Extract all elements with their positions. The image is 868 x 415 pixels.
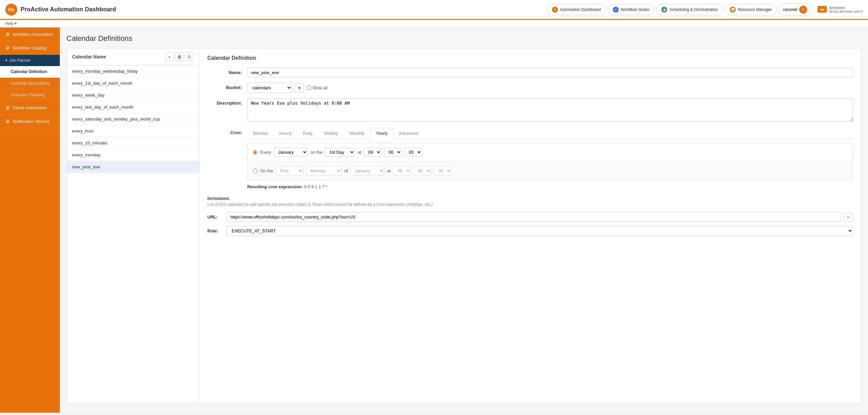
logo-icon: PA — [5, 4, 17, 15]
sidebar-group-job-planner[interactable]: ▾ Job Planner — [0, 55, 60, 66]
list-item[interactable]: every_week_day — [67, 89, 199, 101]
sidebar-item-execution-planning[interactable]: Execution Planning — [0, 89, 60, 101]
nav-scheduling[interactable]: ⏰ Scheduling & Orchestration — [656, 4, 723, 15]
cron-hour2-select[interactable]: 00 — [394, 166, 411, 175]
left-panel-title: Calendar Name — [72, 54, 106, 60]
top-bar: PA ProActive Automation Dashboard ⚙ Auto… — [0, 0, 868, 20]
cron-hour-select[interactable]: 00010203 04050607 08091011 12 — [364, 148, 381, 157]
cron-day-select[interactable]: 1st Day2nd Day3rd DayLast Day — [325, 148, 355, 157]
url-label: URL: — [207, 214, 224, 219]
cron-onthe2-label: On the — [260, 168, 273, 173]
panels: Calendar Name + 🗑 ⎘ every_monday_wednesd… — [66, 48, 861, 403]
tab-yearly[interactable]: Yearly — [370, 128, 394, 139]
help-button[interactable]: Help ▾ — [5, 21, 17, 26]
sidebar-item-notification-service[interactable]: 🖥 Notification Service — [0, 114, 60, 128]
list-item[interactable]: every_monday — [67, 149, 199, 161]
cron-label: Cron: — [207, 128, 247, 135]
left-panel-header: Calendar Name + 🗑 ⎘ — [67, 48, 199, 65]
list-item[interactable]: every_1st_day_of_each_month — [67, 77, 199, 89]
cron-sec2-select[interactable]: 00 — [434, 166, 452, 175]
tab-daily[interactable]: Daily — [298, 128, 318, 138]
rule-select[interactable]: EXECUTE_AT_START EXECUTE_AT_END CANCEL_N… — [227, 226, 853, 236]
show-all-label: Show all — [312, 85, 327, 90]
cron-row-2: On the FirstSecondThirdFourthLast Monday… — [248, 162, 853, 180]
nav-resource-manager[interactable]: 📊 Resource Manager — [725, 4, 777, 15]
cron-weekday-select[interactable]: MondayTuesdayWednesday ThursdayFridaySat… — [306, 166, 342, 175]
name-field-container — [247, 68, 853, 77]
list-item[interactable]: every_10_minutes — [67, 137, 199, 149]
top-nav: ⚙ Automation Dashboard ✏ Workflow Studio… — [547, 3, 863, 16]
nav-automation-dashboard-label: Automation Dashboard — [560, 7, 601, 12]
inclusions-title: Inclusions: — [207, 196, 853, 201]
main-layout: 🖥 Workflow Automation 🖥 Workflow Catalog… — [0, 28, 868, 413]
result-expression: Resulting cron expression: 0 0 9 1 1 ? * — [247, 184, 853, 189]
cron-tabs: Minutes Hourly Daily Weekly Monthly Year… — [247, 128, 853, 139]
sidebar-item-calendar-definition[interactable]: Calendar Definition — [0, 66, 60, 78]
bucket-add-button[interactable]: + — [295, 83, 304, 93]
sidebar-item-workflow-catalog[interactable]: 🖥 Workflow Catalog — [0, 41, 60, 55]
list-item[interactable]: every_monday_wednesday_friday — [67, 65, 199, 77]
tab-minutes[interactable]: Minutes — [247, 128, 274, 138]
nav-workflow-studio-label: Workflow Studio — [621, 7, 649, 12]
cron-every-label: Every — [260, 150, 271, 155]
right-panel: Calendar Definition Name: Bucket: calend… — [199, 48, 861, 403]
list-item-selected[interactable]: new_year_eve — [67, 161, 199, 173]
sidebar-label-calendar-definition: Calendar Definition — [11, 69, 47, 74]
user-avatar: C — [799, 6, 807, 13]
delete-button[interactable]: 🗑 — [175, 53, 184, 61]
chevron-down-icon: ▾ — [5, 58, 7, 63]
sidebar-item-workflow-automation[interactable]: 🖥 Workflow Automation — [0, 28, 60, 41]
tab-advanced[interactable]: Advanced — [394, 128, 424, 138]
sidebar-label-execution-planning: Execution Planning — [11, 93, 45, 97]
nav-automation-dashboard[interactable]: ⚙ Automation Dashboard — [547, 4, 606, 15]
cron-radio-every[interactable] — [253, 150, 257, 155]
bucket-row: Bucket: calendars basic-examples data-pr… — [207, 83, 853, 93]
cron-month-select[interactable]: JanuaryFebruaryMarch AprilMayJune JulyAu… — [274, 148, 308, 157]
cron-row: Cron: Minutes Hourly Daily Weekly Monthl… — [207, 128, 853, 189]
tab-hourly[interactable]: Hourly — [274, 128, 298, 138]
name-row: Name: — [207, 68, 853, 77]
cron-min-select[interactable]: 00153045 — [384, 148, 402, 157]
rule-label: Rule: — [207, 229, 224, 233]
bucket-select[interactable]: calendars basic-examples data-processing — [247, 83, 292, 93]
cron-min2-select[interactable]: 00 — [414, 166, 431, 175]
list-item[interactable]: every_hour — [67, 125, 199, 137]
page-title: Calendar Definitions — [66, 34, 861, 43]
username-label: caromel — [783, 7, 798, 12]
result-value: 0 0 9 1 1 ? * — [304, 184, 327, 189]
remove-url-button[interactable]: − — [844, 212, 853, 222]
rule-row: Rule: EXECUTE_AT_START EXECUTE_AT_END CA… — [207, 226, 853, 236]
description-textarea[interactable]: New Years Eve plus holidays at 9:00 AM — [247, 98, 853, 122]
nav-resource-manager-label: Resource Manager — [738, 7, 772, 12]
scheduling-icon: ⏰ — [661, 7, 667, 12]
sidebar-label-workflow-catalog: Workflow Catalog — [12, 45, 46, 50]
user-menu[interactable]: caromel C — [779, 3, 812, 16]
cron-onthe-label: on the — [310, 150, 322, 155]
result-label: Resulting cron expression: — [247, 184, 303, 189]
list-item[interactable]: every_last_day_of_each_month — [67, 101, 199, 113]
cron-ordinal-select[interactable]: FirstSecondThirdFourthLast — [276, 166, 303, 175]
cron-month2-select[interactable]: JanuaryFebruaryMarch AprilMayJune JulyAu… — [350, 166, 384, 175]
sidebar-item-calendar-associations[interactable]: Calendar Associations — [0, 78, 60, 89]
workflow-automation-icon: 🖥 — [5, 32, 10, 37]
show-all-checkbox[interactable] — [307, 85, 311, 90]
left-panel: Calendar Name + 🗑 ⎘ every_monday_wednesd… — [66, 48, 199, 403]
sidebar-label-workflow-automation: Workflow Automation — [12, 32, 53, 37]
tab-monthly[interactable]: Monthly — [344, 128, 370, 138]
sidebar-label-cloud-automation: Cloud Automation — [12, 105, 47, 110]
bucket-label: Bucket: — [207, 83, 247, 90]
nav-workflow-studio[interactable]: ✏ Workflow Studio — [608, 4, 654, 15]
cron-sec-select[interactable]: 00153045 — [404, 148, 422, 157]
tab-weekly[interactable]: Weekly — [318, 128, 344, 138]
name-input[interactable] — [247, 68, 853, 77]
url-input[interactable] — [227, 212, 841, 222]
copy-button[interactable]: ⎘ — [185, 53, 194, 61]
brand-box: aa — [817, 6, 827, 12]
inclusions-desc: List of ICS calendars to add specific jo… — [207, 202, 853, 207]
sidebar-item-cloud-automation[interactable]: 🖥 Cloud Automation — [0, 101, 60, 114]
add-button[interactable]: + — [165, 53, 174, 61]
cron-radio-onthe[interactable] — [253, 169, 257, 173]
list-item[interactable]: every_saturday_and_sunday_plus_world_cup — [67, 113, 199, 125]
sidebar-label-notification-service: Notification Service — [12, 119, 50, 124]
nav-scheduling-label: Scheduling & Orchestration — [669, 7, 718, 12]
